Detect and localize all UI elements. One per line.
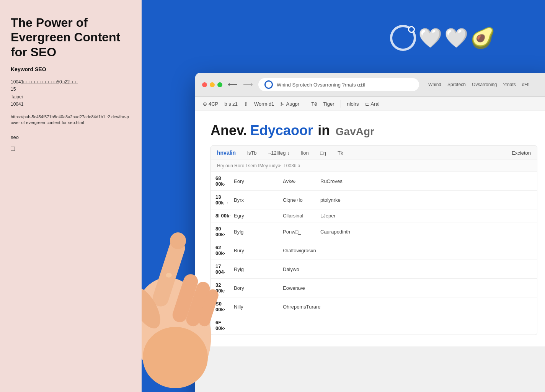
sidebar-tag-icon: □ <box>11 145 131 153</box>
menu-item-2[interactable]: Sprotech <box>447 82 466 87</box>
augpr-icon: ⊱ <box>280 101 284 107</box>
svg-point-6 <box>142 283 166 333</box>
meta-line3: Taipei <box>11 93 131 101</box>
table-body: 68 00k· Eory Δvke› RuCroves 13 00k→ Byrx… <box>211 172 537 335</box>
table-row: 8l 00k· Egry Cllarsinal LJeper <box>211 209 537 222</box>
meta-line4: 10041 <box>11 101 131 108</box>
cell-val1-7: Eowerave <box>283 285 317 291</box>
cell-num-5: 62 00k· <box>215 245 231 256</box>
sidebar-url[interactable]: https://pub-5c454f571b8e40a3a2aad27ade84… <box>11 114 131 126</box>
cell-num-8: S0 00k· <box>215 301 231 312</box>
title-word2: Edycaoor <box>250 122 313 138</box>
table-row: 6F 00k· <box>211 316 537 335</box>
worm-label: Worm·d1 <box>254 101 274 107</box>
table-col-tk: Tk <box>338 150 343 156</box>
title-word3: in <box>318 122 330 138</box>
table-row: 32 00k· Bory Eowerave <box>211 279 537 297</box>
menu-item-3[interactable]: Ovsarroning <box>472 82 497 87</box>
aral-label: Aral <box>371 101 380 107</box>
toolbar-item-aral[interactable]: ⊏ Aral <box>365 101 380 107</box>
forward-button[interactable]: ⟶ <box>243 80 253 89</box>
table-row: 80 00k· Bylg Ponw□_ Caurapedinth <box>211 222 537 241</box>
heart-blue-icon: 🤍 <box>444 28 468 47</box>
cell-val2-4: Caurapedinth <box>320 229 428 235</box>
share-icon: ⇧ <box>244 101 248 107</box>
menu-item-1[interactable]: Wnind <box>428 82 441 87</box>
cell-name-7: Bory <box>234 285 280 291</box>
address-bar[interactable]: Wnind Sprotech Ovsarroning ?rnats α±tl <box>258 78 419 91</box>
heart-pink-icon: 🤍 <box>418 28 442 47</box>
cell-name-4: Bylg <box>234 229 280 235</box>
menu-item-4[interactable]: ?rnats <box>503 82 516 87</box>
toolbar-item-2[interactable]: b s z1 <box>224 101 238 107</box>
page-title: The Power of Evergreen Content for SEO <box>11 15 131 59</box>
table-actions-bar: hnvalin lsTb ~12lifeg ↓ lion □ŋ Tk Excie… <box>211 146 537 160</box>
table-col-excieton[interactable]: Excieton <box>512 150 531 156</box>
browser-content: Anev. Edycaoor in GavAgr hnvalin lsTb ~1… <box>195 111 545 346</box>
augpr-label: Augpr <box>286 101 299 107</box>
menu-item-5[interactable]: α±tl <box>522 82 530 87</box>
svg-point-2 <box>170 232 186 249</box>
browser-chrome: ⟵ ⟶ Wnind Sprotech Ovsarroning ?rnats α±… <box>195 73 545 97</box>
cell-num-6: 17 004· <box>215 263 231 275</box>
cell-val1-1: Δvke› <box>283 178 317 184</box>
circle-outline-icon <box>390 25 416 51</box>
table-row: S0 00k· Nilly OhrepemsTurare <box>211 297 537 316</box>
cell-num-3: 8l 00k· <box>215 213 231 219</box>
toolbar-item-1[interactable]: ⊕ 4CP <box>203 101 218 107</box>
table-row: 62 00k· Bury €halfowigrosxn <box>211 241 537 260</box>
browser-window: ⟵ ⟶ Wnind Sprotech Ovsarroning ?rnats α±… <box>195 73 545 392</box>
toolbar-item-te[interactable]: ⊢ Tē <box>305 101 317 107</box>
table-col-sort[interactable]: ~12lifeg ↓ <box>268 150 290 156</box>
cell-val2-2: ptolynrke <box>320 197 428 203</box>
toolbar-item-share[interactable]: ⇧ <box>244 101 248 107</box>
decorative-icons: 🤍 🤍 🥑 <box>390 25 495 51</box>
cell-name-6: Rylg <box>234 266 280 272</box>
cell-val1-2: Clqne+lo <box>283 197 317 203</box>
cell-val1-4: Ponw□_ <box>283 229 317 235</box>
table-row: 13 00k→ Byrx Clqne+lo ptolynrke <box>211 191 537 209</box>
keyword-label: Keyword SEO <box>11 66 131 72</box>
maximize-button[interactable] <box>217 82 222 87</box>
cell-val1-6: Dalywo <box>283 266 317 272</box>
toolbar-label-2: b s z1 <box>224 101 238 107</box>
toolbar-item-nloirs[interactable]: nloirs <box>347 101 359 107</box>
url-text: Wnind Sprotech Ovsarroning ?rnats α±tl <box>277 82 413 88</box>
toolbar-separator <box>341 100 341 108</box>
meta-line1: 10041□□□□□□□□□□□□50□22□□□ <box>11 78 131 86</box>
toolbar-item-augpr[interactable]: ⊱ Augpr <box>280 101 299 107</box>
title-word1: Anev. <box>210 122 247 138</box>
cell-name-8: Nilly <box>234 304 280 310</box>
content-title-area: Anev. Edycaoor in GavAgr <box>210 122 537 139</box>
cell-val1-3: Cllarsinal <box>283 213 317 219</box>
table-row: 17 004· Rylg Dalywo <box>211 260 537 279</box>
cell-name-2: Byrx <box>234 197 280 203</box>
meta-info: 10041□□□□□□□□□□□□50□22□□□ 15 Taipei 1004… <box>11 78 131 108</box>
table-row: 68 00k· Eory Δvke› RuCroves <box>211 172 537 191</box>
svg-point-8 <box>166 273 172 278</box>
sidebar: The Power of Evergreen Content for SEO K… <box>0 0 142 392</box>
cell-val2-1: RuCroves <box>320 178 428 184</box>
breadcrumb-icon: ⊏ <box>365 101 369 107</box>
cell-num-7: 32 00k· <box>215 282 231 294</box>
table-filter-row: Hry oun Roro I sem IMey iudya₁ T003b a <box>211 160 537 172</box>
toolbar-icon-1: ⊕ <box>203 101 207 107</box>
avocado-icon: 🥑 <box>470 28 495 48</box>
back-button[interactable]: ⟵ <box>228 80 238 89</box>
cell-val1-5: €halfowigrosxn <box>283 248 317 253</box>
nloirs-label: nloirs <box>347 101 359 107</box>
close-button[interactable] <box>202 82 207 87</box>
browser-menu: Wnind Sprotech Ovsarroning ?rnats α±tl <box>428 82 529 87</box>
toolbar-label-1: 4CP <box>209 101 218 107</box>
small-dot-icon <box>408 26 415 33</box>
minimize-button[interactable] <box>210 82 215 87</box>
title-word4: GavAgr <box>336 126 374 137</box>
table-col-invalid: hnvalin <box>217 150 236 156</box>
cell-num-1: 68 00k· <box>215 175 231 187</box>
cell-num-4: 80 00k· <box>215 226 231 237</box>
toolbar-item-tiger[interactable]: Tiger <box>323 101 334 107</box>
main-area: 🤍 🤍 🥑 ⟵ ⟶ Wnind Sprotech Ovsarroning ?rn… <box>142 0 545 392</box>
svg-rect-1 <box>150 238 187 309</box>
toolbar-item-worm[interactable]: Worm·d1 <box>254 101 274 107</box>
traffic-lights <box>202 82 222 87</box>
